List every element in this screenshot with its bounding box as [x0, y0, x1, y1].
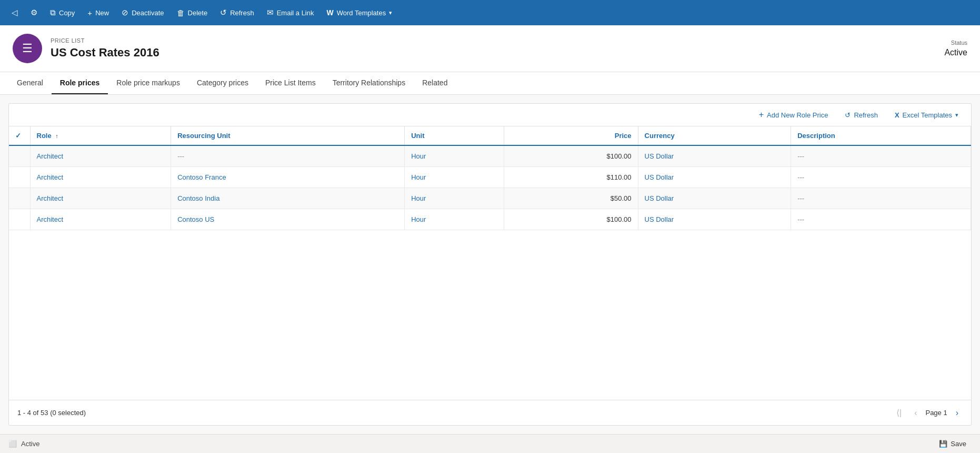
header-price[interactable]: Price: [504, 126, 638, 145]
status-value: Active: [944, 48, 967, 57]
row-unit-2[interactable]: Hour: [405, 188, 504, 209]
deactivate-button[interactable]: ⊘ Deactivate: [116, 5, 169, 21]
header-unit[interactable]: Unit: [405, 126, 504, 145]
tab-role-prices[interactable]: Role prices: [52, 72, 108, 94]
row-price-0: $100.00: [504, 145, 638, 167]
table-scroll-area[interactable]: ✓ Role ↑ Resourcing Unit Unit: [9, 126, 971, 400]
pagination-bar: 1 - 4 of 53 (0 selected) ⟨| ‹ Page 1 ›: [9, 400, 971, 425]
row-resourcing-unit-3[interactable]: Contoso US: [171, 209, 405, 230]
row-price-1: $110.00: [504, 167, 638, 188]
row-unit-3[interactable]: Hour: [405, 209, 504, 230]
row-check-2[interactable]: [9, 188, 30, 209]
refresh-icon: ↺: [220, 8, 227, 17]
new-button[interactable]: + New: [82, 5, 114, 21]
add-new-role-price-button[interactable]: + Add New Role Price: [755, 108, 833, 122]
current-page-label: Page 1: [925, 409, 947, 417]
delete-button[interactable]: 🗑 Delete: [172, 5, 213, 21]
header-check[interactable]: ✓: [9, 126, 30, 145]
gear-icon: ⚙: [31, 8, 37, 17]
tab-category-prices[interactable]: Category prices: [188, 72, 257, 94]
avatar-icon: ☰: [22, 42, 33, 55]
row-role-2[interactable]: Architect: [30, 188, 171, 209]
tab-related[interactable]: Related: [414, 72, 456, 94]
excel-chevron-icon: ▾: [955, 112, 958, 119]
word-icon: W: [326, 8, 333, 17]
table-row[interactable]: Architect Contoso US Hour $100.00 US Dol…: [9, 209, 971, 230]
header-description[interactable]: Description: [791, 126, 971, 145]
tab-territory-relationships[interactable]: Territory Relationships: [324, 72, 414, 94]
row-resourcing-unit-1[interactable]: Contoso France: [171, 167, 405, 188]
status-bar-right: 💾 Save: [934, 438, 972, 450]
row-currency-3[interactable]: US Dollar: [638, 209, 791, 230]
next-page-btn[interactable]: ›: [952, 406, 963, 420]
row-check-0[interactable]: [9, 145, 30, 167]
status-label: Status: [944, 40, 967, 46]
copy-button[interactable]: ⧉ Copy: [45, 5, 80, 21]
record-info: PRICE LIST US Cost Rates 2016: [51, 37, 936, 60]
deactivate-icon: ⊘: [122, 8, 128, 17]
tab-role-price-markups[interactable]: Role price markups: [108, 72, 188, 94]
nav-back-btn[interactable]: ◁: [6, 5, 23, 21]
copy-icon: ⧉: [50, 8, 56, 17]
refresh-button[interactable]: ↺ Refresh: [215, 5, 259, 21]
status-bar-icon: ⬜: [8, 440, 17, 448]
pagination-summary: 1 - 4 of 53 (0 selected): [17, 409, 86, 417]
prev-page-btn[interactable]: ‹: [910, 406, 921, 420]
settings-btn[interactable]: ⚙: [25, 5, 43, 21]
status-bar: ⬜ Active 💾 Save: [0, 434, 980, 453]
first-page-btn[interactable]: ⟨|: [892, 406, 906, 420]
header-resourcing-unit[interactable]: Resourcing Unit: [171, 126, 405, 145]
record-title: US Cost Rates 2016: [51, 46, 936, 60]
row-check-1[interactable]: [9, 167, 30, 188]
record-header: ☰ PRICE LIST US Cost Rates 2016 Status A…: [0, 25, 980, 72]
row-role-3[interactable]: Architect: [30, 209, 171, 230]
grid-container: + Add New Role Price ↺ Refresh X Excel T…: [0, 95, 980, 434]
row-description-1: ---: [791, 167, 971, 188]
excel-templates-button[interactable]: X Excel Templates ▾: [891, 109, 963, 121]
row-currency-2[interactable]: US Dollar: [638, 188, 791, 209]
status-bar-active: Active: [21, 440, 39, 448]
record-avatar: ☰: [13, 34, 42, 63]
row-description-3: ---: [791, 209, 971, 230]
row-currency-1[interactable]: US Dollar: [638, 167, 791, 188]
row-price-2: $50.00: [504, 188, 638, 209]
email-icon: ✉: [267, 8, 274, 17]
main-toolbar: ◁ ⚙ ⧉ Copy + New ⊘ Deactivate 🗑 Delete ↺…: [0, 0, 980, 25]
back-icon: ◁: [12, 8, 18, 17]
email-link-button[interactable]: ✉ Email a Link: [262, 5, 319, 21]
delete-icon: 🗑: [177, 8, 185, 17]
row-resourcing-unit-0[interactable]: ---: [171, 145, 405, 167]
status-bar-left: ⬜ Active: [8, 440, 39, 448]
tab-general[interactable]: General: [8, 72, 52, 94]
check-icon: ✓: [15, 132, 21, 140]
row-check-3[interactable]: [9, 209, 30, 230]
grid-toolbar: + Add New Role Price ↺ Refresh X Excel T…: [9, 104, 971, 126]
word-templates-button[interactable]: W Word Templates ▾: [321, 5, 397, 20]
word-templates-chevron: ▾: [389, 9, 392, 16]
grid-inner: + Add New Role Price ↺ Refresh X Excel T…: [8, 103, 972, 426]
add-icon: +: [759, 110, 764, 120]
main-content: ☰ PRICE LIST US Cost Rates 2016 Status A…: [0, 25, 980, 434]
pagination-controls: ⟨| ‹ Page 1 ›: [892, 406, 963, 420]
row-role-0[interactable]: Architect: [30, 145, 171, 167]
table-row[interactable]: Architect Contoso France Hour $110.00 US…: [9, 167, 971, 188]
excel-icon: X: [895, 111, 899, 119]
header-role[interactable]: Role ↑: [30, 126, 171, 145]
sort-icon: ↑: [55, 133, 58, 139]
row-description-2: ---: [791, 188, 971, 209]
row-unit-1[interactable]: Hour: [405, 167, 504, 188]
row-unit-0[interactable]: Hour: [405, 145, 504, 167]
table-row[interactable]: Architect --- Hour $100.00 US Dollar ---: [9, 145, 971, 167]
row-resourcing-unit-2[interactable]: Contoso India: [171, 188, 405, 209]
grid-refresh-button[interactable]: ↺ Refresh: [841, 109, 882, 121]
refresh-circle-icon: ↺: [845, 111, 851, 119]
plus-icon: +: [87, 8, 92, 17]
table-row[interactable]: Architect Contoso India Hour $50.00 US D…: [9, 188, 971, 209]
row-currency-0[interactable]: US Dollar: [638, 145, 791, 167]
save-icon: 💾: [939, 440, 947, 448]
row-role-1[interactable]: Architect: [30, 167, 171, 188]
tab-price-list-items[interactable]: Price List Items: [257, 72, 324, 94]
save-button[interactable]: 💾 Save: [934, 438, 972, 450]
header-currency[interactable]: Currency: [638, 126, 791, 145]
record-type: PRICE LIST: [51, 37, 936, 44]
